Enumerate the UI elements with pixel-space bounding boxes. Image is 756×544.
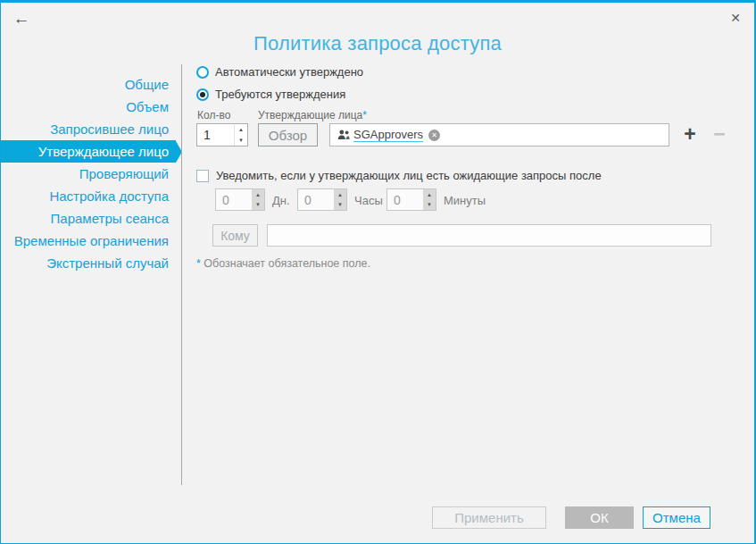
access-request-policy-dialog: ← ✕ Политика запроса доступа Общие Объем… [0,0,756,544]
radio-approvals-required[interactable]: Требуются утверждения [196,88,345,101]
sidebar-nav: Общие Объем Запросившее лицо Утверждающе… [1,73,176,274]
radio-unchecked-icon [196,66,209,79]
stepper-down-icon[interactable]: ▼ [252,200,264,211]
group-icon [337,130,350,140]
hours-stepper: ▲ ▼ [297,188,347,211]
sidebar-divider [181,64,182,485]
sidebar-item-access-config[interactable]: Настройка доступа [1,185,176,207]
minutes-stepper-arrows: ▲ ▼ [423,189,436,210]
minutes-input[interactable] [387,189,423,210]
notify-checkbox-row[interactable]: Уведомить, если у утверждающих лиц есть … [196,169,602,182]
hours-stepper-arrows: ▲ ▼ [334,189,346,210]
days-stepper: ▲ ▼ [215,188,265,211]
sidebar-item-general[interactable]: Общие [1,73,176,96]
stepper-down-icon[interactable]: ▼ [235,135,247,146]
to-input[interactable] [267,224,711,247]
radio-auto-approved-label: Автоматически утверждено [215,65,363,79]
quantity-stepper-arrows: ▲ ▼ [234,124,247,146]
days-input[interactable] [216,189,252,210]
notify-checkbox-label: Уведомить, если у утверждающих лиц есть … [216,169,602,182]
minutes-label: Минуты [444,194,486,207]
to-button[interactable]: Кому [212,224,258,247]
hours-input[interactable] [298,189,334,210]
quantity-stepper: ▲ ▼ [196,123,248,146]
sidebar-item-approver[interactable]: Утверждающее лицо [1,140,176,163]
stepper-up-icon[interactable]: ▲ [334,189,346,200]
browse-button[interactable]: Обзор [258,123,318,146]
approver-tag: SGApprovers ✕ [337,128,440,142]
radio-approvals-required-label: Требуются утверждения [215,88,345,101]
apply-button[interactable]: Применить [432,506,546,529]
stepper-down-icon[interactable]: ▼ [334,200,346,211]
checkbox-unchecked-icon [196,170,209,182]
add-approver-button[interactable]: + [679,121,701,146]
stepper-up-icon[interactable]: ▲ [235,124,247,135]
sidebar-item-reviewer[interactable]: Проверяющий [1,163,176,185]
remove-approver-button[interactable]: − [709,121,730,146]
sidebar-item-emergency[interactable]: Экстренный случай [1,252,176,274]
remove-tag-icon[interactable]: ✕ [428,130,440,141]
required-note-text: Обозначает обязательное поле. [201,257,370,270]
approver-tag-label[interactable]: SGApprovers [353,128,423,142]
required-asterisk: * [362,109,367,121]
approvers-field[interactable]: SGApprovers ✕ [329,123,669,146]
approvers-label-text: Утверждающие лица [258,109,362,121]
hours-label: Часы [354,194,383,207]
close-icon[interactable]: ✕ [727,9,744,27]
sidebar-item-session-settings[interactable]: Параметры сеанса [1,207,176,230]
required-note: * Обозначает обязательное поле. [196,257,370,270]
back-icon[interactable]: ← [12,9,31,29]
radio-auto-approved[interactable]: Автоматически утверждено [196,65,363,79]
stepper-up-icon[interactable]: ▲ [252,189,264,200]
page-title: Политика запроса доступа [1,32,754,55]
radio-checked-icon [196,88,209,101]
days-stepper-arrows: ▲ ▼ [252,189,264,210]
stepper-up-icon[interactable]: ▲ [423,189,436,200]
sidebar-item-time-restrictions[interactable]: Временные ограничения [1,230,176,252]
ok-button[interactable]: ОК [565,506,634,529]
approvers-label: Утверждающие лица* [258,109,367,121]
quantity-label: Кол-во [197,109,230,121]
minutes-stepper: ▲ ▼ [386,188,436,211]
days-label: Дн. [272,194,290,207]
cancel-button[interactable]: Отмена [643,506,710,529]
stepper-down-icon[interactable]: ▼ [423,200,436,211]
sidebar-item-scope[interactable]: Объем [1,96,176,118]
sidebar-item-requestor[interactable]: Запросившее лицо [1,118,176,140]
quantity-input[interactable] [197,124,234,146]
